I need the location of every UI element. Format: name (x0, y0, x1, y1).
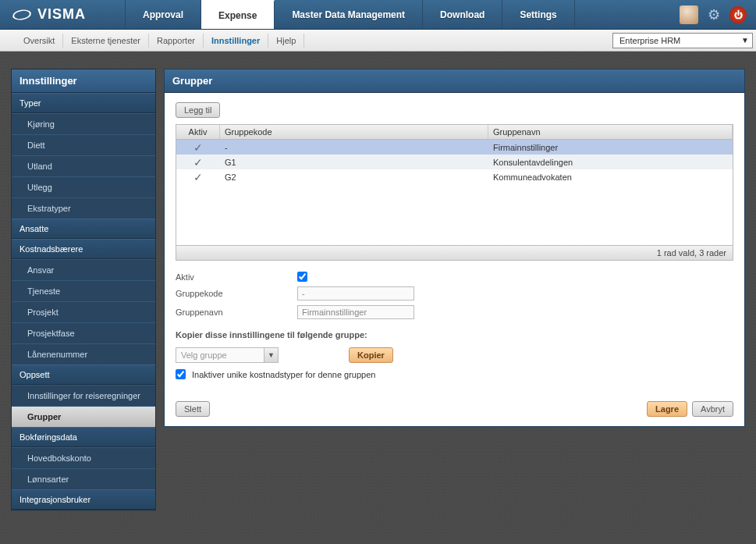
sidebar-item-tjeneste[interactable]: Tjeneste (12, 280, 155, 301)
kode-input[interactable] (297, 286, 414, 300)
sidebar-item-prosjektfase[interactable]: Prosjektfase (12, 322, 155, 343)
sidebar-item-lønnsarter[interactable]: Lønnsarter (12, 468, 155, 489)
table-row[interactable]: ✓G1Konsulentavdelingen (176, 155, 733, 169)
subtab-hjelp[interactable]: Hjelp (268, 34, 304, 48)
cell-navn: Konsulentavdelingen (488, 157, 733, 168)
cell-kode: - (220, 142, 488, 153)
subbar: OversiktEksterne tjenesterRapporterInnst… (0, 30, 756, 52)
content-title: Grupper (165, 69, 744, 93)
add-button[interactable]: Legg til (176, 102, 220, 118)
copy-header: Kopier disse innstillingene til følgende… (176, 330, 733, 340)
topbar-right: ⚙ ⏻ (680, 0, 756, 29)
topbar: VISMA ApprovalExpenseMaster Data Managem… (0, 0, 756, 30)
content-panel: Grupper Legg til Aktiv Gruppekode Gruppe… (164, 69, 745, 427)
logo: VISMA (0, 0, 125, 29)
sidebar-header-integrasjonsbruker[interactable]: Integrasjonsbruker (12, 489, 155, 510)
subtab-oversikt[interactable]: Oversikt (16, 34, 63, 48)
aktiv-checkbox[interactable] (297, 272, 307, 282)
logo-swirl-icon (12, 8, 32, 21)
save-button[interactable]: Lagre (647, 401, 687, 417)
footer-buttons: Slett Lagre Avbryt (176, 401, 733, 417)
dropdown-caret-icon: ▼ (264, 348, 278, 362)
table-row[interactable]: ✓-Firmainnstillinger (176, 140, 733, 155)
grid-header: Aktiv Gruppekode Gruppenavn (176, 125, 733, 140)
sidebar-item-lånenenummer[interactable]: Lånenenummer (12, 343, 155, 364)
sidebar-item-innstillinger-for-reiseregninger[interactable]: Innstillinger for reiseregninger (12, 385, 155, 406)
sidebar-header-kostnadsbærere[interactable]: Kostnadsbærere (12, 239, 155, 259)
sidebar-header-typer[interactable]: Typer (12, 93, 155, 113)
top-nav: ApprovalExpenseMaster Data ManagementDow… (125, 0, 575, 29)
sidebar-header-bokføringsdata[interactable]: Bokføringsdata (12, 427, 155, 447)
sub-nav: OversiktEksterne tjenesterRapporterInnst… (16, 34, 304, 48)
tab-download[interactable]: Download (423, 0, 502, 29)
group-grid: Aktiv Gruppekode Gruppenavn ✓-Firmainnst… (176, 124, 733, 261)
col-header-kode[interactable]: Gruppekode (220, 125, 488, 139)
check-icon: ✓ (193, 141, 203, 154)
sidebar-item-hovedbokskonto[interactable]: Hovedbokskonto (12, 447, 155, 468)
navn-input[interactable] (297, 305, 414, 319)
tab-approval[interactable]: Approval (126, 0, 201, 29)
sidebar-item-kjøring[interactable]: Kjøring (12, 113, 155, 134)
cell-navn: Firmainnstillinger (488, 142, 733, 153)
sidebar-item-grupper[interactable]: Grupper (12, 406, 155, 427)
subtab-eksterne-tjenester[interactable]: Eksterne tjenester (63, 34, 149, 48)
home-icon[interactable] (680, 5, 698, 24)
tab-master-data-management[interactable]: Master Data Management (275, 0, 423, 29)
logo-text: VISMA (37, 6, 86, 23)
aktiv-label: Aktiv (176, 272, 297, 282)
grid-footer: 1 rad vald, 3 rader (176, 245, 733, 260)
sidebar-header-ansatte[interactable]: Ansatte (12, 219, 155, 239)
check-icon: ✓ (193, 171, 203, 183)
sidebar-item-ekstratyper[interactable]: Ekstratyper (12, 197, 155, 219)
sidebar: Innstillinger TyperKjøringDiettUtlandUtl… (11, 69, 156, 510)
power-icon[interactable]: ⏻ (729, 6, 747, 23)
cell-kode: G1 (220, 157, 488, 168)
copy-button[interactable]: Kopier (349, 347, 393, 363)
kode-label: Gruppekode (176, 289, 297, 298)
subtab-innstillinger[interactable]: Innstillinger (204, 34, 268, 48)
cancel-button[interactable]: Avbryt (692, 401, 733, 417)
check-icon: ✓ (193, 156, 203, 169)
sidebar-title: Innstillinger (12, 69, 155, 93)
sidebar-item-prosjekt[interactable]: Prosjekt (12, 301, 155, 322)
copy-group-value: Velg gruppe (176, 350, 264, 360)
tab-expense[interactable]: Expense (201, 0, 275, 29)
sidebar-item-utland[interactable]: Utland (12, 155, 155, 176)
sidebar-header-oppsett[interactable]: Oppsett (12, 364, 155, 385)
context-dropdown[interactable]: Enterprise HRM ▼ (612, 33, 753, 48)
detail-form: Aktiv Gruppekode Gruppenavn (176, 272, 733, 319)
delete-button[interactable]: Slett (176, 401, 210, 417)
context-dropdown-value: Enterprise HRM (619, 36, 680, 45)
col-header-aktiv[interactable]: Aktiv (176, 125, 220, 139)
sidebar-item-ansvar[interactable]: Ansvar (12, 259, 155, 280)
cell-kode: G2 (220, 172, 488, 183)
cell-navn: Kommuneadvokaten (488, 172, 733, 183)
sidebar-item-diett[interactable]: Diett (12, 134, 155, 155)
table-row[interactable]: ✓G2Kommuneadvokaten (176, 169, 733, 184)
inactivate-checkbox[interactable] (176, 369, 186, 379)
settings-gear-icon[interactable]: ⚙ (705, 5, 723, 24)
subtab-rapporter[interactable]: Rapporter (149, 34, 204, 48)
dropdown-arrow-icon: ▼ (741, 36, 749, 44)
navn-label: Gruppenavn (176, 308, 297, 317)
tab-settings[interactable]: Settings (502, 0, 574, 29)
sidebar-item-utlegg[interactable]: Utlegg (12, 176, 155, 197)
inactivate-label: Inaktiver unike kostnadstyper for denne … (192, 370, 375, 379)
copy-group-dropdown[interactable]: Velg gruppe ▼ (176, 347, 279, 363)
copy-section: Kopier disse innstillingene til følgende… (176, 330, 733, 379)
col-header-navn[interactable]: Gruppenavn (488, 125, 733, 139)
